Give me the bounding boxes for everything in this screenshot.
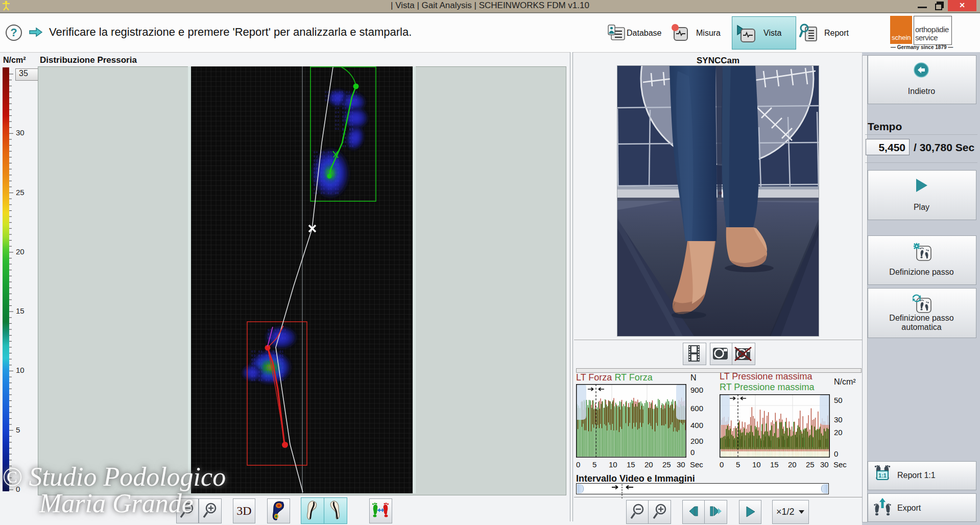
svg-text:1:1: 1:1 — [878, 472, 887, 479]
svg-text:05 03 03: 05 03 03 — [268, 328, 286, 332]
svg-text:03 04 04 01 01: 03 04 04 01 01 — [251, 354, 284, 357]
svg-text:04 05 04 05: 04 05 04 05 — [314, 167, 340, 171]
svg-text:02 02 06: 02 02 06 — [335, 115, 354, 118]
svg-text:06 01 03 03 03: 06 01 03 03 03 — [251, 378, 284, 382]
svg-text:01 03: 01 03 — [342, 128, 354, 132]
svg-text:?: ? — [10, 26, 17, 39]
svg-text:06 04: 06 04 — [342, 140, 354, 144]
svg-text:05 05 01 04 06: 05 05 01 04 06 — [251, 358, 284, 362]
svg-text:06 06 02 06: 06 06 02 06 — [314, 192, 340, 195]
svg-text:06 04 06 03: 06 04 06 03 — [314, 163, 340, 166]
svg-text:06 01 06: 06 01 06 — [335, 123, 354, 127]
svg-text:05 03 05 03 05: 05 03 05 03 05 — [251, 362, 284, 366]
svg-text:04 05 05: 04 05 05 — [335, 107, 354, 110]
svg-text:03 05 05 04: 03 05 05 04 — [314, 171, 340, 175]
svg-text:02 05 04: 02 05 04 — [335, 119, 354, 123]
svg-text:05 01 04 03 05: 05 01 04 03 05 — [325, 99, 357, 102]
svg-text:04 04 06: 04 04 06 — [335, 111, 354, 114]
svg-text:05 05 05 01: 05 05 05 01 — [314, 187, 340, 191]
svg-text:04 03 05 03 02: 04 03 05 03 02 — [251, 374, 284, 378]
svg-text:06 04: 06 04 — [342, 145, 354, 148]
